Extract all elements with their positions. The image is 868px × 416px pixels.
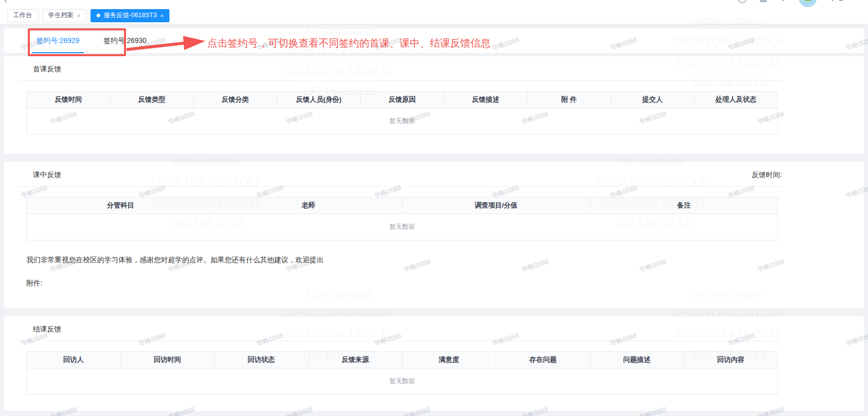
section-title-course-end: 结课反馈 xyxy=(33,325,61,334)
column-header: 提交人 xyxy=(611,92,695,108)
empty-row: 暂无数据 xyxy=(27,368,778,395)
feedback-time-label: 反馈时间: xyxy=(752,171,782,180)
app-header: ‹ ◯ ▦ ↧ 华略 ▼ xyxy=(0,0,868,7)
column-header: 回访内容 xyxy=(684,352,778,368)
divider xyxy=(18,186,782,187)
column-header: 老师 xyxy=(214,197,402,214)
mid-course-feedback-card: 课中反馈 反馈时间: 分管科目 老师 调查项目/分值 备注 暂无数据 我们非常重… xyxy=(4,162,864,308)
column-header: 反馈类型 xyxy=(110,92,194,108)
column-header: 反馈人员(身份) xyxy=(277,92,361,108)
column-header: 备注 xyxy=(590,197,777,214)
column-header: 处理人及状态 xyxy=(695,92,778,108)
tab-chip-workbench[interactable]: 工作台 xyxy=(7,9,38,22)
column-header: 回访状态 xyxy=(214,352,309,368)
layout-grid-icon[interactable]: ▦ xyxy=(759,0,767,4)
column-header: 反馈分类 xyxy=(194,92,277,108)
avatar[interactable] xyxy=(799,0,817,7)
user-name[interactable]: 华略 xyxy=(829,0,843,3)
contract-tabs: 签约号:26929 签约号:26930 xyxy=(4,28,864,53)
column-header: 反馈来源 xyxy=(308,352,402,368)
column-header: 分管科目 xyxy=(27,197,214,214)
empty-row: 暂无数据 xyxy=(27,108,778,135)
close-icon[interactable]: × xyxy=(160,13,163,19)
active-dot-icon xyxy=(97,14,100,17)
section-title-first-lesson: 首课反馈 xyxy=(33,65,61,74)
tab-chip-student-archive[interactable]: 学生档案 × xyxy=(42,9,86,22)
header-right-cluster: ◯ ▦ ↧ 华略 ▼ xyxy=(737,0,860,7)
table-header-row: 分管科目 老师 调查项目/分值 备注 xyxy=(27,197,778,214)
table-header-row: 回访人 回访时间 回访状态 反馈来源 满意度 存在问题 问题描述 回访内容 xyxy=(27,352,778,368)
back-chevron-icon[interactable]: ‹ xyxy=(4,0,8,6)
first-lesson-table: 反馈时间 反馈类型 反馈分类 反馈人员(身份) 反馈原因 反馈描述 附 件 提交… xyxy=(26,91,778,135)
section-title-mid-course: 课中反馈 xyxy=(33,171,61,180)
column-header: 存在问题 xyxy=(496,352,590,368)
empty-state: 暂无数据 xyxy=(27,108,778,135)
section-header: 首课反馈 xyxy=(4,56,864,80)
graduate-cap-icon xyxy=(803,0,812,1)
course-end-table: 回访人 回访时间 回访状态 反馈来源 满意度 存在问题 问题描述 回访内容 暂无… xyxy=(26,351,778,395)
open-tabs-bar: 工作台 学生档案 × 服务反馈-0618ST3 × xyxy=(0,7,868,24)
column-header: 调查项目/分值 xyxy=(402,197,590,214)
column-header: 回访时间 xyxy=(120,352,214,368)
chevron-down-icon[interactable]: ▼ xyxy=(855,0,860,1)
column-header: 反馈原因 xyxy=(361,92,444,108)
column-header: 附 件 xyxy=(528,92,611,108)
mid-course-table: 分管科目 老师 调查项目/分值 备注 暂无数据 xyxy=(26,197,778,240)
download-icon[interactable]: ↧ xyxy=(779,0,787,4)
close-icon[interactable]: × xyxy=(77,13,80,19)
tab-chip-service-feedback[interactable]: 服务反馈-0618ST3 × xyxy=(91,9,169,22)
attachment-label: 附件: xyxy=(4,265,864,288)
tab-contract-26930[interactable]: 签约号:26930 xyxy=(99,28,151,53)
tab-contract-26929[interactable]: 签约号:26929 xyxy=(32,28,84,53)
column-header: 反馈描述 xyxy=(444,92,528,108)
tab-chip-label: 工作台 xyxy=(13,11,32,20)
divider xyxy=(18,341,782,341)
column-header: 满意度 xyxy=(402,352,496,368)
empty-state: 暂无数据 xyxy=(27,368,778,395)
tab-chip-label: 服务反馈-0618ST3 xyxy=(104,11,157,20)
empty-state: 暂无数据 xyxy=(27,214,778,240)
table-header-row: 反馈时间 反馈类型 反馈分类 反馈人员(身份) 反馈原因 反馈描述 附 件 提交… xyxy=(27,92,778,108)
section-header: 课中反馈 反馈时间: xyxy=(4,162,864,186)
empty-row: 暂无数据 xyxy=(27,214,778,240)
section-header: 结课反馈 xyxy=(4,316,864,341)
first-lesson-feedback-card: 首课反馈 反馈时间 反馈类型 反馈分类 反馈人员(身份) 反馈原因 反馈描述 附… xyxy=(4,56,864,154)
contract-tabs-bar: 签约号:26929 签约号:26930 xyxy=(4,28,864,54)
course-end-feedback-card: 结课反馈 回访人 回访时间 回访状态 反馈来源 满意度 存在问题 问题描述 回访… xyxy=(4,316,864,411)
column-header: 问题描述 xyxy=(590,352,684,368)
main-content: 签约号:26929 签约号:26930 首课反馈 反馈时间 反馈类型 反馈分类 … xyxy=(4,28,864,411)
help-icon[interactable]: ◯ xyxy=(737,0,747,4)
divider xyxy=(18,80,782,81)
tab-chip-label: 学生档案 xyxy=(49,11,74,20)
column-header: 回访人 xyxy=(27,352,121,368)
column-header: 反馈时间 xyxy=(27,92,110,108)
experience-note-text: 我们非常重视您在校区的学习体验，感谢您对超学的点评。如果您还有什么其他建议，欢迎… xyxy=(4,240,864,265)
